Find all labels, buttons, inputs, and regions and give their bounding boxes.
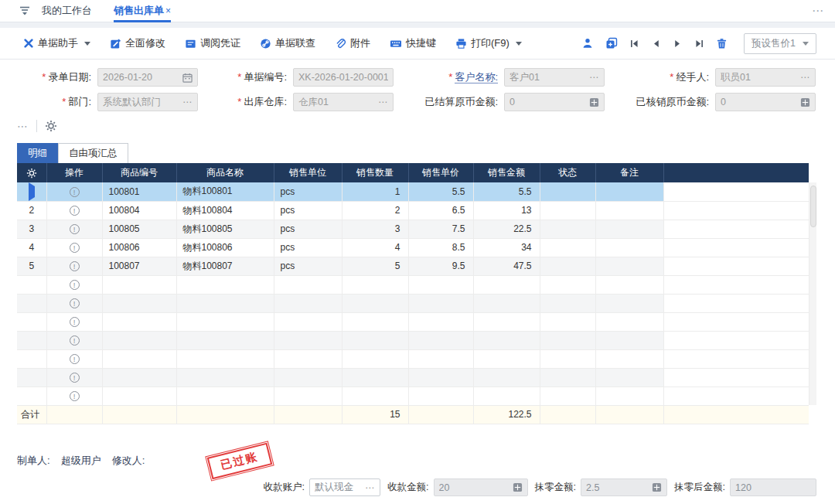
row-info-icon[interactable]: ! <box>70 317 80 327</box>
cell-sales-qty[interactable] <box>342 331 408 349</box>
cell-product-code[interactable] <box>102 312 176 331</box>
cell-sales-price[interactable] <box>408 387 473 405</box>
cell-sales-amount[interactable] <box>473 368 540 387</box>
grid-empty-row[interactable]: ! <box>17 312 809 331</box>
print-button[interactable]: 打印(F9) <box>455 36 522 50</box>
grid-row[interactable]: 4!100806物料100806pcs48.534 <box>17 238 809 257</box>
grid-settings-header[interactable] <box>17 163 46 182</box>
cell-sales-price[interactable]: 9.5 <box>408 257 473 275</box>
cell-note[interactable] <box>595 257 663 275</box>
cell-op[interactable]: ! <box>46 312 102 331</box>
cell-op[interactable]: ! <box>46 275 102 294</box>
row-info-icon[interactable]: ! <box>70 391 80 401</box>
cell-sales-amount[interactable]: 5.5 <box>473 182 540 201</box>
tab-close-icon[interactable]: × <box>165 5 171 16</box>
grid-empty-row[interactable]: ! <box>17 349 809 368</box>
cell-product-code[interactable] <box>102 294 176 312</box>
row-info-icon[interactable]: ! <box>70 373 80 383</box>
cell-note[interactable] <box>595 368 663 387</box>
row-info-icon[interactable]: ! <box>70 335 80 346</box>
cell-sales-unit[interactable]: pcs <box>274 220 342 238</box>
filter-icon[interactable] <box>19 5 31 17</box>
field-input[interactable]: 0 <box>715 93 816 111</box>
attachment-button[interactable]: 附件 <box>335 36 370 50</box>
tab-detail[interactable]: 明细 <box>17 143 58 163</box>
cell-sales-qty[interactable] <box>342 349 408 368</box>
col-header-sales-unit[interactable]: 销售单位 <box>274 163 342 182</box>
cell-status[interactable] <box>540 220 595 238</box>
ellipsis-icon[interactable]: ⋯ <box>378 98 388 106</box>
tab-sales-outbound[interactable]: 销售出库单× <box>114 0 171 22</box>
cell-sales-qty[interactable]: 1 <box>342 182 408 201</box>
row-info-icon[interactable]: ! <box>70 261 80 271</box>
cell-product-code[interactable] <box>102 368 176 387</box>
cell-sales-qty[interactable]: 3 <box>342 220 408 238</box>
field-input[interactable]: 系统默认部门⋯ <box>97 93 198 111</box>
cell-sales-price[interactable] <box>408 368 473 387</box>
nav-last-button[interactable] <box>694 39 704 49</box>
cell-product-name[interactable]: 物料100807 <box>176 257 274 275</box>
nav-prev-button[interactable] <box>651 39 661 49</box>
cell-sales-amount[interactable]: 34 <box>473 238 540 257</box>
cell-sales-qty[interactable] <box>342 294 408 312</box>
cell-product-code[interactable] <box>102 387 176 405</box>
field-input[interactable]: 职员01⋯ <box>715 68 816 87</box>
row-info-icon[interactable]: ! <box>70 224 80 234</box>
cell-sales-unit[interactable]: pcs <box>274 201 342 220</box>
cell-sales-amount[interactable]: 47.5 <box>473 257 540 275</box>
doc-assistant-button[interactable]: 单据助手 <box>23 36 90 50</box>
cell-sales-amount[interactable] <box>473 349 540 368</box>
tab-free-item-summary[interactable]: 自由项汇总 <box>58 143 128 163</box>
cell-sales-price[interactable]: 6.5 <box>408 201 473 220</box>
cell-sales-amount[interactable] <box>473 331 540 349</box>
cell-sales-amount[interactable] <box>473 275 540 294</box>
cell-status[interactable] <box>540 312 595 331</box>
cell-product-name[interactable] <box>176 368 274 387</box>
cell-sales-price[interactable]: 8.5 <box>408 238 473 257</box>
cell-status[interactable] <box>540 368 595 387</box>
hotkey-button[interactable]: 快捷键 <box>390 36 436 50</box>
cell-product-name[interactable] <box>176 349 274 368</box>
cell-sales-price[interactable]: 5.5 <box>408 182 473 201</box>
cell-sales-price[interactable] <box>408 349 473 368</box>
col-header-note[interactable]: 备注 <box>595 163 663 182</box>
cell-op[interactable]: ! <box>46 201 102 220</box>
grid-empty-row[interactable]: ! <box>17 294 809 312</box>
cell-sales-qty[interactable] <box>342 368 408 387</box>
user-button[interactable] <box>581 37 594 49</box>
field-label[interactable]: *客户名称: <box>413 70 498 84</box>
col-header-product-code[interactable]: 商品编号 <box>102 163 176 182</box>
row-info-icon[interactable]: ! <box>70 206 80 216</box>
cell-sales-qty[interactable] <box>342 275 408 294</box>
cell-status[interactable] <box>540 238 595 257</box>
row-info-icon[interactable]: ! <box>70 280 80 290</box>
cell-op[interactable]: ! <box>46 368 102 387</box>
col-header-status[interactable]: 状态 <box>540 163 595 182</box>
cell-sales-qty[interactable] <box>342 387 408 405</box>
cell-sales-unit[interactable] <box>274 349 342 368</box>
cell-product-name[interactable]: 物料100801 <box>176 182 274 201</box>
cell-product-name[interactable] <box>176 275 274 294</box>
preset-price-dropdown[interactable]: 预设售价1 <box>744 33 816 54</box>
more-icon[interactable]: ⋯ <box>812 4 824 18</box>
cell-sales-unit[interactable] <box>274 331 342 349</box>
cell-sales-amount[interactable] <box>473 294 540 312</box>
cell-status[interactable] <box>540 182 595 201</box>
doc-link-button[interactable]: 单据联查 <box>260 36 315 50</box>
grid-empty-row[interactable]: ! <box>17 387 809 405</box>
delete-button[interactable] <box>716 38 728 49</box>
cell-product-code[interactable]: 100801 <box>102 182 176 201</box>
ellipsis-icon[interactable]: ⋯ <box>589 73 599 81</box>
cell-note[interactable] <box>595 275 663 294</box>
cell-op[interactable]: ! <box>46 331 102 349</box>
field-input[interactable]: 20 <box>434 478 528 496</box>
cell-product-code[interactable] <box>102 349 176 368</box>
cell-sales-qty[interactable]: 2 <box>342 201 408 220</box>
cell-sales-unit[interactable] <box>274 294 342 312</box>
cell-sales-amount[interactable] <box>473 387 540 405</box>
grid-row[interactable]: 5!100807物料100807pcs59.547.5 <box>17 257 809 275</box>
cell-note[interactable] <box>595 331 663 349</box>
row-info-icon[interactable]: ! <box>70 298 80 308</box>
cell-op[interactable]: ! <box>46 182 102 201</box>
cell-product-code[interactable] <box>102 331 176 349</box>
